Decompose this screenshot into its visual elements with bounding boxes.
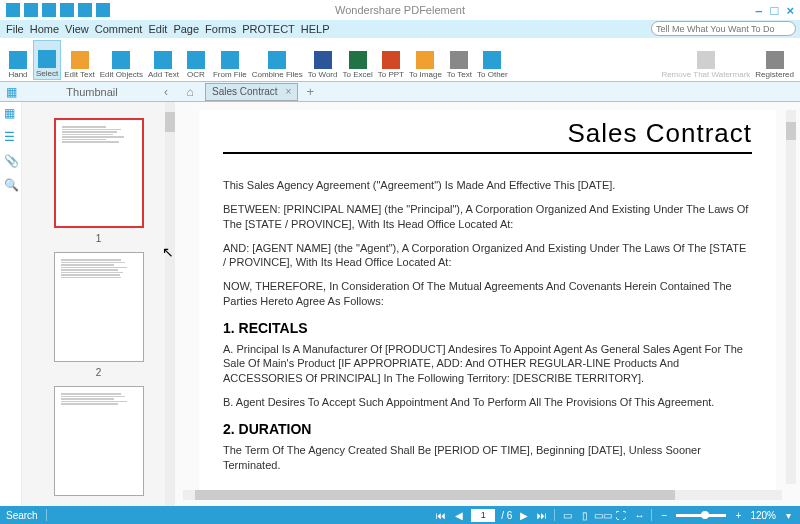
search-panel-icon[interactable]: 🔍	[4, 178, 18, 192]
qat-mail-icon[interactable]	[60, 3, 74, 17]
ribbon-add-text[interactable]: Add Text	[146, 40, 181, 80]
menu-home[interactable]: Home	[28, 23, 61, 35]
doc-vscroll-handle[interactable]	[786, 122, 796, 140]
doc-h2-recitals: 1. RECITALS	[223, 320, 752, 336]
doc-p5: A. Principal Is A Manufacturer Of [PRODU…	[223, 342, 752, 385]
minimize-button[interactable]: –	[755, 3, 762, 18]
tell-me-input[interactable]	[651, 21, 796, 36]
ribbon-ocr[interactable]: OCR	[182, 40, 210, 80]
thumb-scrollbar[interactable]	[165, 102, 175, 506]
title-rule	[223, 152, 752, 154]
close-button[interactable]: ×	[786, 3, 794, 18]
status-search[interactable]: Search	[6, 510, 38, 521]
zoom-slider[interactable]	[676, 514, 726, 517]
vertical-toolbar: ▦ ☰ 📎 🔍	[0, 102, 22, 506]
view-continuous-icon[interactable]: ▯	[579, 509, 591, 521]
ribbon-select[interactable]: Select	[33, 40, 61, 80]
zoom-out-icon[interactable]: −	[658, 509, 670, 521]
bookmarks-icon[interactable]: ☰	[4, 130, 18, 144]
ribbon-to-image[interactable]: To Image	[407, 40, 444, 80]
thumbnail-header: ▦ Thumbnail ‹	[0, 82, 175, 101]
menu-comment[interactable]: Comment	[93, 23, 145, 35]
menu-file[interactable]: File	[4, 23, 26, 35]
ribbon-to-word[interactable]: To Word	[306, 40, 340, 80]
main-area: ▦ ☰ 📎 🔍 1 2 ↖ Sales Contract This Sales …	[0, 102, 800, 506]
ribbon-to-ppt[interactable]: To PPT	[376, 40, 406, 80]
fit-width-icon[interactable]: ↔	[633, 509, 645, 521]
next-page-icon[interactable]: ▶	[518, 509, 530, 521]
doc-title: Sales Contract	[223, 118, 752, 149]
qat-undo-icon[interactable]	[78, 3, 92, 17]
prev-page-icon[interactable]: ◀	[453, 509, 465, 521]
doc-p1: This Sales Agency Agreement ("Agreement"…	[223, 178, 752, 192]
menu-page[interactable]: Page	[171, 23, 201, 35]
page-input[interactable]	[471, 509, 495, 522]
new-tab-button[interactable]: +	[306, 84, 314, 99]
doc-p6: B. Agent Desires To Accept Such Appointm…	[223, 395, 752, 409]
view-facing-icon[interactable]: ▭▭	[597, 509, 609, 521]
zoom-value: 120%	[750, 510, 776, 521]
last-page-icon[interactable]: ⏭	[536, 509, 548, 521]
thumbnail-page-1[interactable]	[54, 118, 144, 228]
document-tabs: ⌂ Sales Contract × +	[175, 83, 800, 101]
qat-open-icon[interactable]	[6, 3, 20, 17]
ribbon-from-file[interactable]: From File	[211, 40, 249, 80]
status-bar: Search ⏮ ◀ / 6 ▶ ⏭ ▭ ▯ ▭▭ ⛶ ↔ − + 120% ▾	[0, 506, 800, 524]
thumb-num-2: 2	[96, 367, 102, 378]
tab-close-icon[interactable]: ×	[286, 86, 292, 97]
doc-p2: BETWEEN: [PRINCIPAL NAME] (the "Principa…	[223, 202, 752, 231]
menu-view[interactable]: View	[63, 23, 91, 35]
thumbnails-icon[interactable]: ▦	[4, 106, 18, 120]
menu-forms[interactable]: Forms	[203, 23, 238, 35]
menu-help[interactable]: HELP	[299, 23, 332, 35]
thumbnail-page-2[interactable]	[54, 252, 144, 362]
panel-grid-icon[interactable]: ▦	[6, 85, 20, 99]
ribbon-to-text[interactable]: To Text	[445, 40, 474, 80]
tab-row: ▦ Thumbnail ‹ ⌂ Sales Contract × +	[0, 82, 800, 102]
qat-save-icon[interactable]	[24, 3, 38, 17]
ribbon-edit-objects[interactable]: Edit Objects	[98, 40, 145, 80]
menu-edit[interactable]: Edit	[146, 23, 169, 35]
ribbon-to-excel[interactable]: To Excel	[340, 40, 374, 80]
doc-h2-duration: 2. DURATION	[223, 421, 752, 437]
doc-p4: NOW, THEREFORE, In Consideration Of The …	[223, 279, 752, 308]
ribbon-edit-text[interactable]: Edit Text	[62, 40, 97, 80]
doc-p3: AND: [AGENT NAME] (the "Agent"), A Corpo…	[223, 241, 752, 270]
collapse-panel-icon[interactable]: ‹	[164, 85, 168, 99]
attachments-icon[interactable]: 📎	[4, 154, 18, 168]
qat-redo-icon[interactable]	[96, 3, 110, 17]
first-page-icon[interactable]: ⏮	[435, 509, 447, 521]
view-single-icon[interactable]: ▭	[561, 509, 573, 521]
thumb-scrollbar-handle[interactable]	[165, 112, 175, 132]
app-title: Wondershare PDFelement	[335, 4, 465, 16]
doc-vscrollbar[interactable]	[786, 110, 796, 484]
title-bar: Wondershare PDFelement – □ ×	[0, 0, 800, 20]
thumbnail-title: Thumbnail	[66, 86, 117, 98]
zoom-dropdown-icon[interactable]: ▾	[782, 509, 794, 521]
document-area: Sales Contract This Sales Agency Agreeme…	[175, 102, 800, 506]
page-total: / 6	[501, 510, 512, 521]
maximize-button[interactable]: □	[771, 3, 779, 18]
qat-print-icon[interactable]	[42, 3, 56, 17]
thumbnail-panel: 1 2 ↖	[22, 102, 175, 506]
menu-protect[interactable]: PROTECT	[240, 23, 297, 35]
thumb-num-1: 1	[96, 233, 102, 244]
ribbon-combine[interactable]: Combine Files	[250, 40, 305, 80]
tab-label: Sales Contract	[212, 86, 278, 97]
ribbon-registered[interactable]: Registered	[753, 40, 796, 80]
doc-p7: The Term Of The Agency Created Shall Be …	[223, 443, 752, 472]
home-tab-icon[interactable]: ⌂	[181, 83, 199, 101]
ribbon-remove-watermark[interactable]: Remove That Watermark	[659, 40, 752, 80]
zoom-in-icon[interactable]: +	[732, 509, 744, 521]
tab-sales-contract[interactable]: Sales Contract ×	[205, 83, 298, 101]
fit-page-icon[interactable]: ⛶	[615, 509, 627, 521]
thumbnail-page-3[interactable]	[54, 386, 144, 496]
document-page: Sales Contract This Sales Agency Agreeme…	[199, 110, 776, 494]
ribbon-hand[interactable]: Hand	[4, 40, 32, 80]
quick-access-toolbar	[0, 3, 110, 17]
window-controls: – □ ×	[755, 3, 800, 18]
doc-hscroll-handle[interactable]	[195, 490, 675, 500]
ribbon: Hand Select Edit Text Edit Objects Add T…	[0, 38, 800, 82]
ribbon-to-other[interactable]: To Other	[475, 40, 510, 80]
menu-bar: File Home View Comment Edit Page Forms P…	[0, 20, 800, 38]
